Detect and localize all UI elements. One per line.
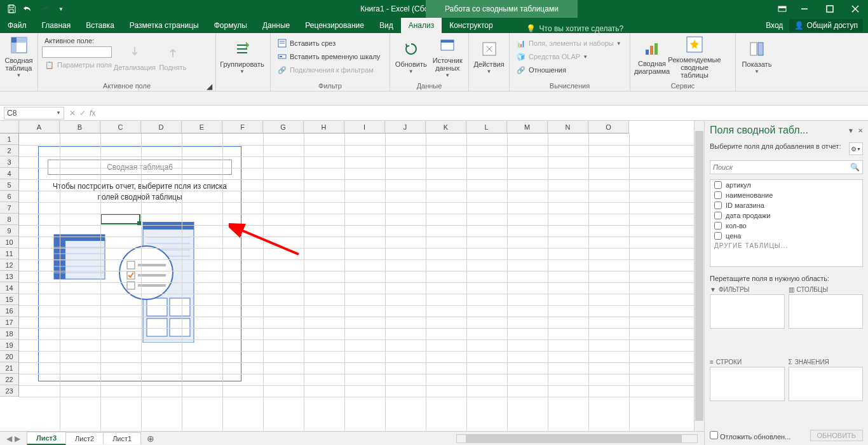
other-tables-link[interactable]: ДРУГИЕ ТАБЛИЦЫ...	[710, 241, 862, 250]
column-header[interactable]: N	[548, 121, 588, 133]
tab-file[interactable]: Файл	[0, 18, 34, 33]
field-settings-button[interactable]: 📋Параметры поля	[42, 58, 114, 71]
rows-drop-area[interactable]	[710, 367, 785, 401]
update-button[interactable]: ОБНОВИТЬ	[810, 430, 863, 441]
row-header[interactable]: 22	[0, 374, 18, 385]
field-checkbox[interactable]	[714, 232, 722, 240]
maximize-button[interactable]	[817, 0, 843, 18]
column-header[interactable]: D	[141, 121, 182, 133]
row-header[interactable]: 6	[0, 191, 18, 202]
column-header[interactable]: I	[344, 121, 385, 133]
row-header[interactable]: 5	[0, 179, 18, 191]
row-header[interactable]: 16	[0, 305, 18, 317]
field-search-box[interactable]: 🔍	[710, 160, 863, 174]
field-list-item[interactable]: ID магазина	[710, 200, 862, 210]
calc-fields-button[interactable]: 📊Поля, элементы и наборы ▼	[513, 37, 624, 50]
row-header[interactable]: 23	[0, 385, 18, 397]
row-header[interactable]: 12	[0, 259, 18, 271]
field-list-item[interactable]: дата продажи	[710, 210, 862, 221]
row-header[interactable]: 4	[0, 168, 18, 179]
insert-timeline-button[interactable]: Вставить временную шкалу	[275, 50, 383, 63]
formula-input[interactable]	[100, 107, 868, 120]
row-header[interactable]: 10	[0, 236, 18, 248]
tab-analyze[interactable]: Анализ	[401, 18, 442, 33]
sheet-tab[interactable]: Лист2	[65, 432, 104, 444]
relationships-button[interactable]: 🔗Отношения	[513, 64, 624, 76]
group-dialog-launcher[interactable]: ◢	[207, 82, 214, 90]
row-header[interactable]: 19	[0, 339, 18, 351]
column-header[interactable]: M	[507, 121, 548, 133]
tell-me-search[interactable]: 💡	[526, 24, 641, 33]
save-icon[interactable]	[4, 1, 19, 17]
olap-tools-button[interactable]: 🧊Средства OLAP ▼	[513, 50, 624, 63]
sheet-tab[interactable]: Лист3	[27, 432, 66, 445]
column-header[interactable]: G	[263, 121, 304, 133]
actions-button[interactable]: Действия▼	[473, 34, 505, 79]
column-header[interactable]: L	[466, 121, 507, 133]
defer-update-checkbox[interactable]: Отложить обновлен...	[710, 431, 790, 441]
close-button[interactable]	[843, 0, 868, 18]
column-header[interactable]: J	[385, 121, 426, 133]
insert-slicer-button[interactable]: Вставить срез	[275, 37, 383, 50]
row-header[interactable]: 18	[0, 328, 18, 339]
select-all-corner[interactable]	[0, 121, 19, 134]
tab-page-layout[interactable]: Разметка страницы	[122, 18, 207, 33]
row-header[interactable]: 2	[0, 145, 18, 156]
tab-design[interactable]: Конструктор	[442, 18, 500, 33]
active-cell[interactable]	[100, 214, 140, 224]
tab-view[interactable]: Вид	[372, 18, 401, 33]
horizontal-scrollbar[interactable]	[456, 434, 698, 443]
row-header[interactable]: 9	[0, 225, 18, 236]
field-list-item[interactable]: артикул	[710, 180, 862, 190]
sheet-nav-prev[interactable]: ◀	[6, 434, 12, 443]
active-field-input[interactable]	[42, 46, 112, 58]
field-checkbox[interactable]	[714, 212, 722, 219]
field-checkbox[interactable]	[714, 222, 722, 229]
row-header[interactable]: 1	[0, 134, 18, 145]
vertical-scrollbar[interactable]	[694, 121, 704, 431]
recommended-pivot-button[interactable]: Рекомендуемые сводные таблицы	[672, 34, 717, 79]
filter-connections-button[interactable]: 🔗Подключения к фильтрам	[275, 64, 383, 76]
tell-me-input[interactable]	[539, 24, 641, 33]
field-checkbox[interactable]	[714, 202, 722, 209]
column-header[interactable]: K	[426, 121, 466, 133]
spreadsheet-grid[interactable]: ABCDEFGHIJKLMNO 123456789101112131415161…	[0, 121, 704, 431]
row-header[interactable]: 17	[0, 317, 18, 328]
row-header[interactable]: 3	[0, 156, 18, 168]
column-header[interactable]: C	[100, 121, 141, 133]
qat-customize-icon[interactable]: ▼	[53, 1, 69, 17]
field-list-item[interactable]: кол-во	[710, 221, 862, 231]
ribbon-display-icon[interactable]	[773, 0, 792, 18]
refresh-button[interactable]: Обновить▼	[394, 34, 428, 79]
tab-formulas[interactable]: Формулы	[207, 18, 255, 33]
sheet-tab[interactable]: Лист1	[103, 432, 141, 444]
field-list-item[interactable]: цена	[710, 231, 862, 241]
row-header[interactable]: 13	[0, 271, 18, 282]
data-source-button[interactable]: Источник данных▼	[431, 34, 465, 79]
pivot-table-button[interactable]: Сводная таблица ▼	[4, 34, 34, 79]
row-header[interactable]: 21	[0, 362, 18, 374]
undo-icon[interactable]	[20, 1, 36, 17]
row-header[interactable]: 11	[0, 248, 18, 259]
column-header[interactable]: A	[19, 121, 60, 133]
column-header[interactable]: E	[182, 121, 222, 133]
field-search-input[interactable]	[713, 163, 850, 171]
tab-data[interactable]: Данные	[255, 18, 297, 33]
sheet-nav-next[interactable]: ▶	[15, 434, 20, 443]
minimize-button[interactable]	[792, 0, 817, 18]
show-button[interactable]: Показать▼	[740, 34, 774, 79]
sign-in-link[interactable]: Вход	[766, 21, 783, 30]
column-header[interactable]: B	[60, 121, 100, 133]
accept-formula-icon[interactable]: ✓	[79, 109, 86, 118]
name-box[interactable]: C8▼	[4, 107, 64, 120]
redo-icon[interactable]	[37, 1, 52, 17]
column-header[interactable]: F	[222, 121, 263, 133]
tab-insert[interactable]: Вставка	[78, 18, 122, 33]
pivot-chart-button[interactable]: Сводная диаграмма	[634, 34, 670, 79]
field-list[interactable]: артикулнаименованиеID магазинадата прода…	[710, 179, 863, 267]
pane-dropdown-icon[interactable]: ▼	[848, 127, 854, 134]
row-header[interactable]: 20	[0, 351, 18, 362]
row-header[interactable]: 14	[0, 282, 18, 294]
fx-icon[interactable]: fx	[90, 109, 95, 118]
tab-review[interactable]: Рецензирование	[297, 18, 372, 33]
